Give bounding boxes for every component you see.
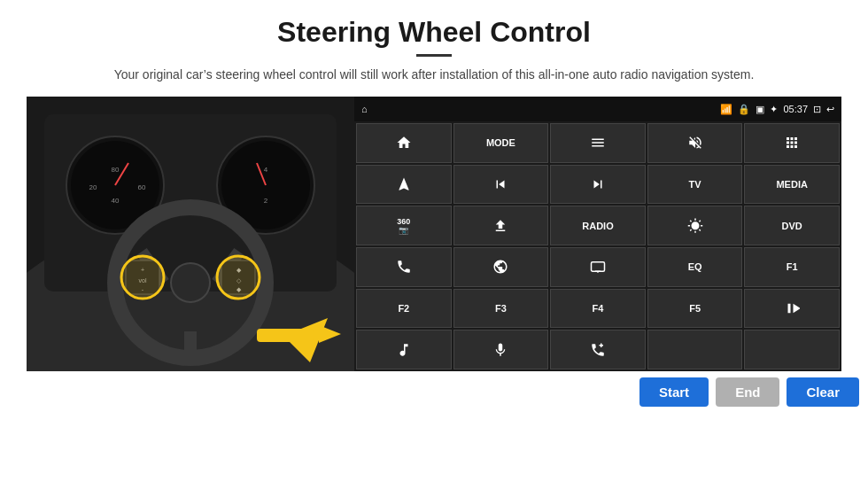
home-button[interactable]: [356, 123, 452, 163]
mute-button[interactable]: [647, 123, 743, 163]
prev-button[interactable]: [453, 165, 549, 205]
svg-point-29: [217, 256, 260, 299]
f2-button[interactable]: F2: [356, 289, 452, 329]
empty-cell-1: [647, 330, 743, 369]
mode-button[interactable]: MODE: [453, 123, 549, 163]
screenoff-button[interactable]: [550, 247, 646, 287]
svg-text:20: 20: [89, 183, 97, 191]
svg-text:60: 60: [138, 183, 146, 191]
apps-button[interactable]: [744, 123, 840, 163]
svg-rect-33: [591, 262, 604, 272]
status-left: ⌂: [361, 104, 368, 114]
status-right: 📶 🔒 ▣ ✦ 05:37 ⊡ ↩: [720, 104, 834, 115]
android-panel: ⌂ 📶 🔒 ▣ ✦ 05:37 ⊡ ↩ MODE: [354, 97, 841, 371]
title-divider: [416, 54, 452, 57]
svg-text:2: 2: [264, 197, 268, 205]
phone-button[interactable]: [356, 247, 452, 287]
f5-button[interactable]: F5: [647, 289, 743, 329]
sim-icon: ▣: [756, 104, 764, 115]
svg-text:40: 40: [112, 197, 120, 205]
page-title: Steering Wheel Control: [277, 16, 591, 49]
menu-button[interactable]: [550, 123, 646, 163]
navigate-button[interactable]: [356, 165, 452, 205]
svg-text:80: 80: [112, 166, 120, 174]
answer-button[interactable]: [550, 330, 646, 369]
end-button[interactable]: End: [716, 377, 779, 407]
time-display: 05:37: [783, 104, 808, 114]
bottom-bar: Start End Clear: [0, 371, 868, 412]
tv-button[interactable]: TV: [647, 165, 743, 205]
playpause-button[interactable]: [744, 289, 840, 329]
svg-point-28: [121, 256, 164, 299]
status-bar: ⌂ 📶 🔒 ▣ ✦ 05:37 ⊡ ↩: [354, 97, 841, 121]
svg-text:4: 4: [264, 166, 268, 174]
f4-button[interactable]: F4: [550, 289, 646, 329]
svg-point-19: [171, 263, 210, 302]
car-image: 80 40 20 60 4 2: [27, 97, 354, 371]
eject-button[interactable]: [453, 206, 549, 245]
lock-icon: 🔒: [738, 104, 750, 115]
cam360-button[interactable]: 360📷: [356, 206, 452, 245]
bt-icon: ✦: [770, 104, 778, 115]
mic-button[interactable]: [453, 330, 549, 369]
page-subtitle: Your original car’s steering wheel contr…: [114, 66, 755, 84]
home-status-icon: ⌂: [361, 104, 368, 114]
music-button[interactable]: [356, 330, 452, 369]
wifi-icon: 📶: [720, 104, 732, 115]
media-button[interactable]: MEDIA: [744, 165, 840, 205]
radio-button[interactable]: RADIO: [550, 206, 646, 245]
clear-button[interactable]: Clear: [787, 377, 859, 407]
f1-button[interactable]: F1: [744, 247, 840, 287]
next-button[interactable]: [550, 165, 646, 205]
back-icon: ↩: [826, 104, 834, 115]
internet-button[interactable]: [453, 247, 549, 287]
brightness-button[interactable]: [647, 206, 743, 245]
button-grid: MODE TV: [354, 121, 841, 371]
content-row: 80 40 20 60 4 2: [27, 97, 841, 371]
f3-button[interactable]: F3: [453, 289, 549, 329]
start-button[interactable]: Start: [639, 377, 709, 407]
dvd-button[interactable]: DVD: [744, 206, 840, 245]
eq-button[interactable]: EQ: [647, 247, 743, 287]
screen-icon: ⊡: [813, 104, 821, 115]
empty-cell-2: [744, 330, 840, 369]
svg-rect-31: [257, 329, 314, 342]
